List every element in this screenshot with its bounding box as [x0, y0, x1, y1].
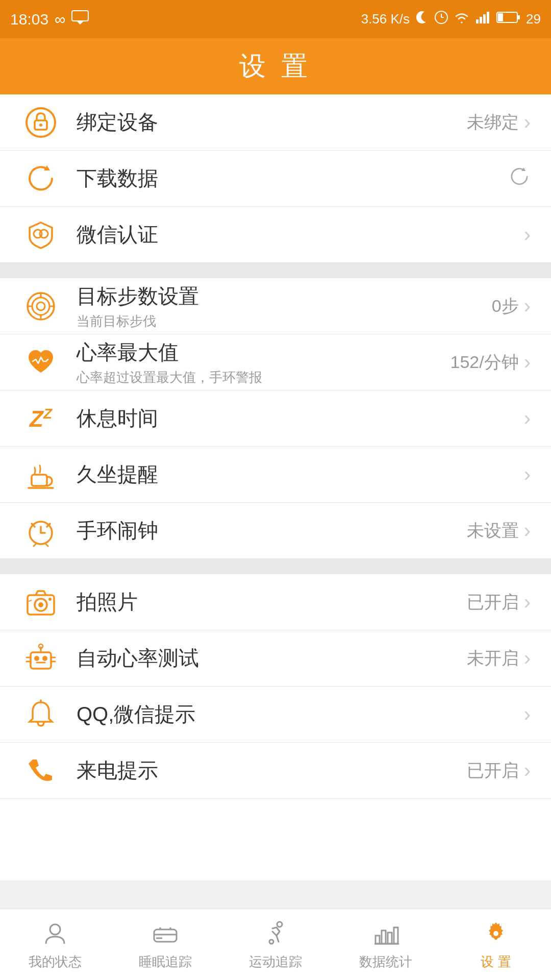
settings-icon — [481, 918, 511, 949]
nav-my-status[interactable]: 我的状态 — [0, 909, 110, 980]
step-goal-arrow: › — [524, 295, 531, 317]
svg-point-38 — [48, 598, 52, 601]
qq-wechat-arrow: › — [524, 703, 531, 726]
svg-rect-6 — [480, 17, 482, 23]
message-icon — [71, 10, 89, 28]
alarm-item[interactable]: 手环闹钟 未设置 › — [0, 503, 551, 559]
svg-point-45 — [39, 644, 43, 648]
bind-device-arrow: › — [524, 111, 531, 134]
download-data-text: 下载数据 — [77, 164, 508, 192]
step-goal-item[interactable]: 目标步数设置 当前目标步伐 0步 › — [0, 278, 551, 334]
bind-device-title: 绑定设备 — [77, 108, 467, 136]
download-data-item[interactable]: 下载数据 — [0, 151, 551, 207]
sleep-icon: ZZ — [20, 398, 61, 439]
rest-time-right: › — [524, 407, 531, 430]
auto-heart-title: 自动心率测试 — [77, 644, 467, 672]
svg-point-18 — [40, 230, 48, 238]
nav-sport-track[interactable]: 运动追踪 — [220, 909, 331, 980]
group-3: 拍照片 已开启 › — [0, 574, 551, 799]
qq-wechat-title: QQ,微信提示 — [77, 700, 524, 728]
auto-heart-text: 自动心率测试 — [77, 644, 467, 672]
call-notify-value: 已开启 — [467, 759, 519, 782]
heart-rate-max-arrow: › — [524, 351, 531, 374]
svg-rect-10 — [498, 13, 503, 21]
qq-wechat-notify-item[interactable]: QQ,微信提示 › — [0, 687, 551, 743]
svg-rect-0 — [72, 11, 88, 21]
step-goal-value: 0步 — [492, 295, 519, 318]
group-1: 绑定设备 未绑定 › 下载数据 — [0, 94, 551, 263]
call-notify-right: 已开启 › — [467, 759, 531, 782]
camera-icon — [20, 582, 61, 623]
svg-rect-11 — [518, 15, 520, 19]
infinity-icon: ∞ — [55, 11, 65, 28]
alarm-text: 手环闹钟 — [77, 517, 467, 545]
take-photo-item[interactable]: 拍照片 已开启 › — [0, 574, 551, 630]
svg-point-65 — [493, 931, 498, 936]
bell-icon — [20, 694, 61, 735]
sleep-track-icon — [150, 918, 181, 949]
heart-rate-max-item[interactable]: 心率最大值 心率超过设置最大值，手环警报 152/分钟 › — [0, 334, 551, 390]
nav-data-stats-label: 数据统计 — [359, 953, 412, 971]
alarm-arrow: › — [524, 519, 531, 542]
heart-rate-max-value: 152/分钟 — [450, 351, 518, 374]
qq-wechat-right: › — [524, 703, 531, 726]
sedentary-reminder-item[interactable]: 久坐提醒 › — [0, 447, 551, 503]
sport-track-icon — [260, 918, 291, 949]
call-notify-arrow: › — [524, 759, 531, 782]
bind-device-value: 未绑定 — [467, 111, 519, 134]
moon-icon — [415, 10, 429, 28]
take-photo-text: 拍照片 — [77, 588, 467, 616]
data-stats-icon — [370, 918, 401, 949]
rest-time-item[interactable]: ZZ 休息时间 › — [0, 390, 551, 447]
auto-heart-value: 未开启 — [467, 647, 519, 670]
lock-icon — [20, 102, 61, 143]
my-status-icon — [40, 918, 70, 949]
wechat-auth-arrow: › — [524, 223, 531, 246]
download-refresh-icon — [508, 165, 531, 192]
signal-icon — [475, 10, 491, 28]
nav-sleep-track[interactable]: 睡眠追踪 — [110, 909, 220, 980]
sedentary-arrow: › — [524, 463, 531, 486]
auto-heart-right: 未开启 › — [467, 647, 531, 670]
svg-rect-52 — [154, 929, 177, 942]
nav-sleep-track-label: 睡眠追踪 — [139, 953, 192, 971]
bind-device-item[interactable]: 绑定设备 未绑定 › — [0, 94, 551, 151]
download-data-right — [508, 165, 531, 192]
svg-line-39 — [29, 600, 32, 601]
auto-heart-rate-item[interactable]: 自动心率测试 未开启 › — [0, 630, 551, 687]
call-notify-text: 来电提示 — [77, 756, 467, 785]
step-goal-text: 目标步数设置 当前目标步伐 — [77, 282, 492, 330]
wechat-auth-item[interactable]: 微信认证 › — [0, 207, 551, 263]
app-header: 设 置 — [0, 38, 551, 94]
svg-rect-61 — [388, 933, 392, 944]
speed-text: 3.56 K/s — [361, 11, 410, 27]
auto-heart-arrow: › — [524, 647, 531, 670]
refresh-icon — [20, 158, 61, 199]
nav-settings[interactable]: 设 置 — [441, 909, 551, 980]
section-divider-1 — [0, 263, 551, 278]
settings-content: 绑定设备 未绑定 › 下载数据 — [0, 94, 551, 880]
shield-icon — [20, 214, 61, 255]
take-photo-arrow: › — [524, 591, 531, 614]
nav-data-stats[interactable]: 数据统计 — [331, 909, 441, 980]
target-icon — [20, 286, 61, 327]
step-goal-subtitle: 当前目标步伐 — [77, 312, 492, 330]
svg-point-41 — [34, 656, 39, 661]
heart-rate-max-subtitle: 心率超过设置最大值，手环警报 — [77, 369, 450, 386]
status-bar: 18:03 ∞ 3.56 K/s — [0, 0, 551, 38]
svg-rect-40 — [31, 652, 51, 669]
svg-rect-62 — [394, 927, 398, 944]
robot-icon — [20, 638, 61, 679]
heart-icon — [20, 342, 61, 383]
step-goal-title: 目标步数设置 — [77, 282, 492, 310]
svg-rect-26 — [32, 475, 47, 486]
rest-time-text: 休息时间 — [77, 404, 524, 432]
call-notify-item[interactable]: 来电提示 已开启 › — [0, 743, 551, 799]
svg-point-58 — [269, 940, 273, 944]
call-notify-title: 来电提示 — [77, 756, 467, 785]
battery-icon — [496, 11, 521, 28]
alarm-right: 未设置 › — [467, 519, 531, 543]
svg-marker-1 — [77, 21, 84, 24]
svg-rect-7 — [483, 14, 486, 23]
qq-wechat-text: QQ,微信提示 — [77, 700, 524, 728]
